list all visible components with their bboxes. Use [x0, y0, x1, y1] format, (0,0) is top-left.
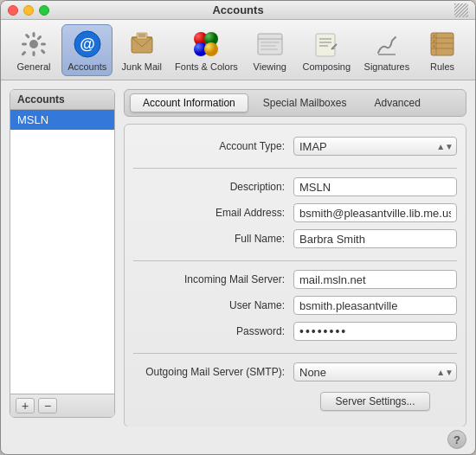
composing-icon: [311, 29, 342, 60]
incoming-server-input[interactable]: [293, 270, 457, 289]
email-label: Email Address:: [133, 207, 293, 219]
toolbar-item-fonts[interactable]: Fonts & Colors: [170, 25, 242, 75]
account-item-msln[interactable]: MSLN: [10, 110, 114, 130]
account-type-row: Account Type: IMAP POP Exchange ▲▼: [133, 137, 457, 156]
sidebar-header: Accounts: [10, 90, 114, 110]
accounts-toolbar: + −: [10, 394, 114, 417]
minimize-button[interactable]: [23, 5, 34, 16]
username-row: User Name:: [133, 296, 457, 315]
remove-account-button[interactable]: −: [38, 398, 57, 413]
toolbar: General @ Accounts Junk Ma: [1, 20, 475, 80]
general-icon: [18, 29, 49, 60]
svg-point-0: [29, 40, 38, 48]
svg-rect-3: [22, 42, 27, 45]
fullname-row: Full Name:: [133, 229, 457, 248]
svg-rect-7: [21, 50, 26, 55]
rules-icon: 1 2 3: [427, 29, 458, 60]
svg-rect-2: [33, 51, 35, 56]
outgoing-server-label: Outgoing Mail Server (SMTP):: [133, 366, 293, 378]
tab-special-mailboxes[interactable]: Special Mailboxes: [250, 93, 360, 112]
outgoing-server-select[interactable]: None smtp.msln.net: [293, 362, 457, 381]
svg-rect-5: [25, 33, 30, 38]
description-label: Description:: [133, 181, 293, 193]
svg-rect-23: [261, 45, 276, 47]
close-button[interactable]: [8, 5, 18, 16]
password-label: Password:: [133, 325, 293, 337]
separator-1: [133, 168, 457, 169]
junkmail-icon: [126, 29, 158, 60]
outgoing-server-select-wrap: None smtp.msln.net ▲▼: [293, 362, 457, 381]
svg-point-19: [204, 42, 218, 56]
accounts-list: MSLN: [10, 110, 114, 394]
fonts-icon: [190, 29, 222, 60]
description-row: Description:: [133, 177, 457, 196]
toolbar-label-accounts: Accounts: [68, 61, 106, 72]
toolbar-item-junkmail[interactable]: Junk Mail: [116, 25, 167, 75]
incoming-server-label: Incoming Mail Server:: [133, 273, 293, 285]
viewing-icon: [254, 29, 286, 60]
window-controls: [8, 5, 49, 16]
password-input[interactable]: [293, 322, 457, 341]
username-label: User Name:: [133, 299, 293, 311]
separator-3: [133, 353, 457, 354]
right-panel: Account Information Special Mailboxes Ad…: [124, 89, 466, 418]
toolbar-label-general: General: [16, 61, 50, 72]
toolbar-label-signatures: Signatures: [364, 61, 410, 72]
toolbar-label-rules: Rules: [430, 61, 454, 72]
toolbar-item-signatures[interactable]: Signatures: [359, 25, 415, 75]
toolbar-label-viewing: Viewing: [254, 61, 286, 72]
svg-rect-20: [258, 34, 282, 54]
svg-rect-22: [261, 42, 280, 43]
toolbar-item-accounts[interactable]: @ Accounts: [61, 24, 113, 76]
bottom-bar: ?: [1, 426, 475, 454]
incoming-server-row: Incoming Mail Server:: [133, 270, 457, 289]
maximize-button[interactable]: [39, 5, 49, 16]
tab-advanced[interactable]: Advanced: [361, 93, 433, 112]
svg-rect-6: [36, 35, 42, 40]
server-settings-button[interactable]: Server Settings...: [320, 392, 429, 411]
toolbar-item-rules[interactable]: 1 2 3 Rules: [418, 25, 466, 75]
signatures-icon: [371, 29, 402, 60]
account-type-select-wrap: IMAP POP Exchange ▲▼: [293, 137, 457, 156]
main-window: Accounts: [0, 0, 476, 455]
description-input[interactable]: [293, 177, 457, 196]
tab-account-information[interactable]: Account Information: [130, 93, 248, 112]
main-content: Accounts MSLN + − Account Information Sp…: [1, 80, 475, 426]
toolbar-item-general[interactable]: General: [10, 25, 58, 75]
svg-rect-25: [316, 34, 335, 56]
resize-handle[interactable]: [454, 3, 468, 17]
server-settings-row: Server Settings...: [133, 388, 457, 411]
toolbar-label-junkmail: Junk Mail: [122, 61, 162, 72]
svg-rect-1: [33, 32, 35, 37]
window-title: Accounts: [212, 3, 263, 16]
add-account-button[interactable]: +: [16, 398, 35, 413]
email-row: Email Address:: [133, 203, 457, 222]
fullname-label: Full Name:: [133, 233, 293, 245]
outgoing-server-row: Outgoing Mail Server (SMTP): None smtp.m…: [133, 362, 457, 381]
fullname-input[interactable]: [293, 229, 457, 248]
toolbar-item-viewing[interactable]: Viewing: [246, 25, 294, 75]
svg-rect-4: [41, 42, 46, 45]
toolbar-label-fonts: Fonts & Colors: [175, 61, 238, 72]
svg-rect-8: [41, 48, 46, 54]
username-input[interactable]: [293, 296, 457, 315]
account-type-label: Account Type:: [133, 140, 293, 152]
toolbar-item-composing[interactable]: Composing: [298, 25, 356, 75]
form-panel: Account Type: IMAP POP Exchange ▲▼ Descr…: [124, 124, 466, 426]
accounts-icon: @: [72, 29, 103, 60]
help-button[interactable]: ?: [447, 430, 466, 449]
password-row: Password:: [133, 322, 457, 341]
separator-2: [133, 260, 457, 261]
account-type-select[interactable]: IMAP POP Exchange: [293, 137, 457, 156]
email-input[interactable]: [293, 203, 457, 222]
titlebar: Accounts: [1, 1, 475, 20]
toolbar-label-composing: Composing: [302, 61, 351, 72]
accounts-sidebar: Accounts MSLN + −: [10, 89, 115, 418]
svg-text:@: @: [80, 35, 95, 53]
tab-bar: Account Information Special Mailboxes Ad…: [124, 89, 466, 117]
svg-rect-24: [261, 48, 278, 50]
